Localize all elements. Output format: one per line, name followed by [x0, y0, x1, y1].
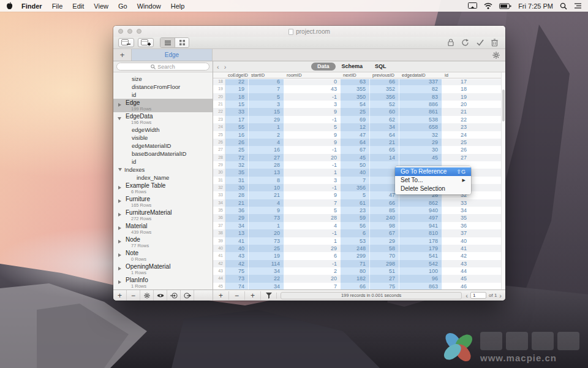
table-cell[interactable]: 9	[284, 139, 341, 146]
table-cell[interactable]: 19	[249, 252, 284, 259]
table-cell[interactable]: 29	[399, 139, 442, 146]
table-cell[interactable]: 2	[249, 131, 284, 139]
table-cell[interactable]: 50	[341, 161, 370, 169]
table-cell[interactable]: 26	[225, 139, 249, 146]
table-cell[interactable]: 18	[442, 85, 470, 93]
disclosure-triangle-icon[interactable]	[118, 199, 121, 203]
table-cell[interactable]: 100	[399, 267, 442, 275]
table-row[interactable]: 272516-167653026	[213, 146, 501, 153]
table-cell[interactable]: 12	[341, 123, 370, 131]
table-cell[interactable]: 7	[284, 199, 341, 207]
table-cell[interactable]: 37	[442, 229, 470, 237]
apple-menu-icon[interactable]	[6, 2, 13, 10]
table-cell[interactable]: 20	[284, 154, 341, 161]
table-cell[interactable]: 52	[370, 101, 399, 108]
table-cell[interactable]: 45	[442, 275, 470, 282]
table-cell[interactable]: 7	[341, 177, 370, 184]
list-view-icon[interactable]	[160, 38, 175, 47]
table-cell[interactable]: 21	[370, 139, 399, 146]
table-cell[interactable]: 6	[249, 79, 284, 85]
table-cell[interactable]: 66	[370, 79, 399, 85]
table-cell[interactable]: 33	[225, 108, 249, 115]
column-header-id[interactable]: id	[442, 72, 470, 78]
table-cell[interactable]: 9	[284, 108, 341, 115]
filter-icon[interactable]	[261, 293, 277, 299]
table-cell[interactable]: 19	[442, 93, 470, 101]
table-cell[interactable]: 3	[284, 101, 341, 108]
battery-icon[interactable]	[499, 3, 511, 9]
table-cell[interactable]: 41	[442, 245, 470, 252]
table-cell[interactable]: 65	[370, 146, 399, 153]
table-cell[interactable]: 3	[249, 101, 284, 108]
forward-button[interactable]: ›	[224, 62, 227, 72]
table-cell[interactable]: 114	[249, 260, 284, 267]
table-cell[interactable]: 34	[370, 123, 399, 131]
table-cell[interactable]: 44	[442, 267, 470, 275]
wifi-icon[interactable]	[484, 2, 492, 9]
table-cell[interactable]: 66	[341, 283, 370, 289]
table-row[interactable]: 342147616686233	[213, 199, 501, 207]
table-cell[interactable]: 34	[249, 267, 284, 275]
table-cell[interactable]: 40	[442, 237, 470, 245]
table-row[interactable]: 404025292485817941	[213, 245, 501, 252]
disclosure-triangle-icon[interactable]	[118, 186, 121, 190]
table-cell[interactable]: 23	[341, 207, 370, 214]
table-cell[interactable]: 45	[341, 154, 370, 161]
trash-icon[interactable]	[491, 39, 498, 47]
search-input[interactable]: Search	[116, 63, 209, 71]
table-cell[interactable]: 32	[399, 131, 442, 139]
table-row[interactable]: 41431962997054142	[213, 252, 501, 259]
table-cell[interactable]: 5	[284, 123, 341, 131]
table-cell[interactable]: 941	[399, 222, 442, 229]
table-cell[interactable]: 71	[341, 260, 370, 267]
table-cell[interactable]: 43	[284, 85, 341, 93]
disclosure-triangle-icon[interactable]	[118, 168, 122, 171]
table-cell[interactable]: 19	[225, 85, 249, 93]
menu-item-file[interactable]: File	[52, 2, 63, 10]
remove-source-button[interactable]	[118, 38, 134, 47]
table-cell[interactable]: -1	[284, 260, 341, 267]
table-cell[interactable]: 240	[370, 214, 399, 221]
table-cell[interactable]: 27	[370, 275, 399, 282]
disclosure-triangle-icon[interactable]	[118, 103, 121, 107]
remove-row-button[interactable]: −	[229, 291, 245, 300]
table-cell[interactable]: 8	[249, 177, 284, 184]
table-cell[interactable]: 658	[399, 123, 442, 131]
actions-gear-icon[interactable]	[140, 290, 154, 301]
table-cell[interactable]: 82	[399, 85, 442, 93]
table-cell[interactable]: 17	[442, 79, 470, 85]
table-row[interactable]: 373414569894136	[213, 222, 501, 229]
table-cell[interactable]: 1	[284, 169, 341, 176]
table-cell[interactable]: -1	[284, 93, 341, 101]
sidebar-column-id[interactable]: id	[113, 91, 213, 99]
table-cell[interactable]: 80	[341, 267, 370, 275]
table-cell[interactable]: 83	[399, 93, 442, 101]
gear-icon[interactable]	[487, 49, 505, 61]
duplicate-row-button[interactable]: +	[245, 291, 261, 300]
table-cell[interactable]: 43	[225, 252, 249, 259]
table-row[interactable]: 4375342805110044	[213, 267, 501, 275]
column-header-startid[interactable]: startID	[249, 72, 284, 78]
table-cell[interactable]: 32	[225, 161, 249, 169]
table-cell[interactable]: 96	[399, 275, 442, 282]
context-menu-item-go-to-reference[interactable]: Go To Reference⇧G	[395, 167, 471, 176]
table-cell[interactable]: 40	[341, 169, 370, 176]
table-cell[interactable]: -1	[284, 161, 341, 169]
sidebar-column-edgewidth[interactable]: edgeWidth	[113, 126, 213, 134]
table-cell[interactable]: 6	[341, 229, 370, 237]
table-cell[interactable]: 299	[341, 252, 370, 259]
sidebar-table-furniturematerial[interactable]: FurnitureMaterial272 Rows	[113, 209, 213, 222]
table-cell[interactable]: 31	[225, 177, 249, 184]
table-row[interactable]: 25162947643224	[213, 131, 501, 139]
import-icon[interactable]	[167, 290, 181, 301]
table-cell[interactable]: 75	[225, 267, 249, 275]
table-cell[interactable]: 16	[225, 131, 249, 139]
sidebar-column-edgematerialid[interactable]: edgeMaterialID	[113, 142, 213, 150]
table-cell[interactable]: 36	[225, 207, 249, 214]
table-cell[interactable]: 25	[442, 139, 470, 146]
table-cell[interactable]: 54	[341, 101, 370, 108]
sidebar-table-openingmaterial[interactable]: OpeningMaterial1 Rows	[113, 263, 213, 276]
remove-table-button[interactable]: −	[127, 290, 140, 301]
table-cell[interactable]: 26	[442, 146, 470, 153]
column-header-nextid[interactable]: nextID	[341, 72, 370, 78]
